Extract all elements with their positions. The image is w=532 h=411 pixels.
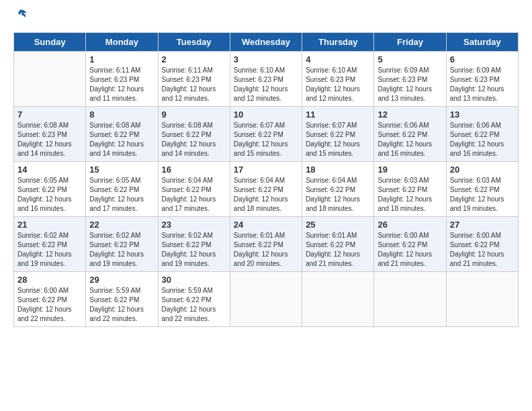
calendar-cell: 12Sunrise: 6:06 AM Sunset: 6:22 PM Dayli…: [374, 107, 446, 162]
calendar-cell: 18Sunrise: 6:04 AM Sunset: 6:22 PM Dayli…: [302, 162, 374, 217]
day-number: 14: [17, 165, 82, 175]
calendar-cell: 17Sunrise: 6:04 AM Sunset: 6:22 PM Dayli…: [230, 162, 302, 217]
day-number: 22: [89, 220, 154, 230]
calendar-cell: 25Sunrise: 6:01 AM Sunset: 6:22 PM Dayli…: [302, 217, 374, 272]
calendar-cell: 26Sunrise: 6:00 AM Sunset: 6:22 PM Dayli…: [374, 217, 446, 272]
day-info: Sunrise: 6:06 AM Sunset: 6:22 PM Dayligh…: [378, 121, 442, 158]
calendar-cell: 28Sunrise: 6:00 AM Sunset: 6:22 PM Dayli…: [14, 272, 86, 327]
logo-bird-icon: [15, 8, 28, 21]
day-header-tuesday: Tuesday: [158, 33, 230, 52]
day-header-monday: Monday: [86, 33, 158, 52]
day-number: 24: [234, 220, 298, 230]
day-info: Sunrise: 5:59 AM Sunset: 6:22 PM Dayligh…: [89, 286, 154, 324]
day-header-friday: Friday: [374, 33, 446, 52]
day-info: Sunrise: 6:05 AM Sunset: 6:22 PM Dayligh…: [89, 176, 154, 214]
day-info: Sunrise: 6:05 AM Sunset: 6:22 PM Dayligh…: [17, 176, 82, 214]
day-number: 6: [450, 54, 515, 64]
calendar-cell: [230, 272, 302, 327]
day-number: 10: [234, 109, 298, 120]
day-number: 18: [306, 165, 370, 175]
calendar-cell: 11Sunrise: 6:07 AM Sunset: 6:22 PM Dayli…: [302, 107, 374, 162]
day-number: 9: [162, 109, 226, 120]
day-number: 23: [162, 220, 226, 230]
logo: [13, 13, 28, 21]
day-number: 30: [162, 275, 226, 285]
calendar-cell: 10Sunrise: 6:07 AM Sunset: 6:22 PM Dayli…: [230, 107, 302, 162]
calendar-header-row: SundayMondayTuesdayWednesdayThursdayFrid…: [14, 33, 519, 52]
day-number: 5: [378, 54, 442, 64]
day-number: 27: [450, 220, 515, 230]
day-info: Sunrise: 6:06 AM Sunset: 6:22 PM Dayligh…: [450, 121, 515, 158]
day-header-thursday: Thursday: [302, 33, 374, 52]
day-info: Sunrise: 6:00 AM Sunset: 6:22 PM Dayligh…: [378, 231, 442, 269]
calendar-cell: 16Sunrise: 6:04 AM Sunset: 6:22 PM Dayli…: [158, 162, 230, 217]
day-info: Sunrise: 6:11 AM Sunset: 6:23 PM Dayligh…: [162, 66, 226, 103]
calendar-cell: 9Sunrise: 6:08 AM Sunset: 6:22 PM Daylig…: [158, 107, 230, 162]
day-info: Sunrise: 6:07 AM Sunset: 6:22 PM Dayligh…: [306, 121, 370, 158]
calendar-cell: [14, 52, 86, 107]
calendar-week-row: 28Sunrise: 6:00 AM Sunset: 6:22 PM Dayli…: [14, 272, 519, 327]
day-info: Sunrise: 6:03 AM Sunset: 6:22 PM Dayligh…: [378, 176, 442, 214]
day-info: Sunrise: 6:09 AM Sunset: 6:23 PM Dayligh…: [378, 66, 442, 103]
day-number: 17: [234, 165, 298, 175]
day-info: Sunrise: 6:04 AM Sunset: 6:22 PM Dayligh…: [234, 176, 298, 214]
day-info: Sunrise: 6:03 AM Sunset: 6:22 PM Dayligh…: [450, 176, 515, 214]
day-info: Sunrise: 6:08 AM Sunset: 6:22 PM Dayligh…: [89, 121, 154, 158]
calendar-cell: 14Sunrise: 6:05 AM Sunset: 6:22 PM Dayli…: [14, 162, 86, 217]
day-info: Sunrise: 6:00 AM Sunset: 6:22 PM Dayligh…: [450, 231, 515, 269]
calendar-cell: 27Sunrise: 6:00 AM Sunset: 6:22 PM Dayli…: [446, 217, 518, 272]
day-number: 3: [234, 54, 298, 64]
calendar-cell: 24Sunrise: 6:01 AM Sunset: 6:22 PM Dayli…: [230, 217, 302, 272]
day-info: Sunrise: 6:07 AM Sunset: 6:22 PM Dayligh…: [234, 121, 298, 158]
calendar-cell: 15Sunrise: 6:05 AM Sunset: 6:22 PM Dayli…: [86, 162, 158, 217]
day-header-saturday: Saturday: [446, 33, 518, 52]
calendar-cell: 23Sunrise: 6:02 AM Sunset: 6:22 PM Dayli…: [158, 217, 230, 272]
day-info: Sunrise: 6:02 AM Sunset: 6:22 PM Dayligh…: [162, 231, 226, 269]
calendar-cell: 7Sunrise: 6:08 AM Sunset: 6:23 PM Daylig…: [14, 107, 86, 162]
day-info: Sunrise: 5:59 AM Sunset: 6:22 PM Dayligh…: [162, 286, 226, 324]
calendar-cell: 22Sunrise: 6:02 AM Sunset: 6:22 PM Dayli…: [86, 217, 158, 272]
day-number: 15: [89, 165, 154, 175]
day-number: 19: [378, 165, 442, 175]
day-number: 21: [17, 220, 82, 230]
day-number: 12: [378, 109, 442, 120]
calendar-cell: 3Sunrise: 6:10 AM Sunset: 6:23 PM Daylig…: [230, 52, 302, 107]
day-number: 13: [450, 109, 515, 120]
day-number: 8: [89, 109, 154, 120]
calendar-cell: 20Sunrise: 6:03 AM Sunset: 6:22 PM Dayli…: [446, 162, 518, 217]
day-number: 25: [306, 220, 370, 230]
calendar-cell: 13Sunrise: 6:06 AM Sunset: 6:22 PM Dayli…: [446, 107, 518, 162]
calendar-week-row: 7Sunrise: 6:08 AM Sunset: 6:23 PM Daylig…: [14, 107, 519, 162]
calendar-cell: 1Sunrise: 6:11 AM Sunset: 6:23 PM Daylig…: [86, 52, 158, 107]
day-info: Sunrise: 6:09 AM Sunset: 6:23 PM Dayligh…: [450, 66, 515, 103]
day-number: 28: [17, 275, 82, 285]
calendar-cell: 30Sunrise: 5:59 AM Sunset: 6:22 PM Dayli…: [158, 272, 230, 327]
day-number: 16: [162, 165, 226, 175]
day-number: 7: [17, 109, 82, 120]
day-info: Sunrise: 6:02 AM Sunset: 6:22 PM Dayligh…: [17, 231, 82, 269]
day-number: 4: [306, 54, 370, 64]
day-header-wednesday: Wednesday: [230, 33, 302, 52]
calendar-cell: 8Sunrise: 6:08 AM Sunset: 6:22 PM Daylig…: [86, 107, 158, 162]
day-info: Sunrise: 6:04 AM Sunset: 6:22 PM Dayligh…: [162, 176, 226, 214]
day-info: Sunrise: 6:01 AM Sunset: 6:22 PM Dayligh…: [306, 231, 370, 269]
calendar-body: 1Sunrise: 6:11 AM Sunset: 6:23 PM Daylig…: [14, 52, 519, 327]
day-info: Sunrise: 6:08 AM Sunset: 6:23 PM Dayligh…: [17, 121, 82, 158]
day-number: 29: [89, 275, 154, 285]
calendar-week-row: 1Sunrise: 6:11 AM Sunset: 6:23 PM Daylig…: [14, 52, 519, 107]
day-header-sunday: Sunday: [14, 33, 86, 52]
calendar-cell: [374, 272, 446, 327]
calendar-cell: [446, 272, 518, 327]
day-info: Sunrise: 6:00 AM Sunset: 6:22 PM Dayligh…: [17, 286, 82, 324]
page-header: [13, 13, 519, 21]
calendar-cell: 21Sunrise: 6:02 AM Sunset: 6:22 PM Dayli…: [14, 217, 86, 272]
day-info: Sunrise: 6:10 AM Sunset: 6:23 PM Dayligh…: [306, 66, 370, 103]
calendar-cell: 6Sunrise: 6:09 AM Sunset: 6:23 PM Daylig…: [446, 52, 518, 107]
calendar-cell: 2Sunrise: 6:11 AM Sunset: 6:23 PM Daylig…: [158, 52, 230, 107]
calendar-week-row: 21Sunrise: 6:02 AM Sunset: 6:22 PM Dayli…: [14, 217, 519, 272]
calendar-cell: 4Sunrise: 6:10 AM Sunset: 6:23 PM Daylig…: [302, 52, 374, 107]
day-number: 11: [306, 109, 370, 120]
calendar-week-row: 14Sunrise: 6:05 AM Sunset: 6:22 PM Dayli…: [14, 162, 519, 217]
calendar-table: SundayMondayTuesdayWednesdayThursdayFrid…: [13, 32, 519, 327]
calendar-cell: 19Sunrise: 6:03 AM Sunset: 6:22 PM Dayli…: [374, 162, 446, 217]
